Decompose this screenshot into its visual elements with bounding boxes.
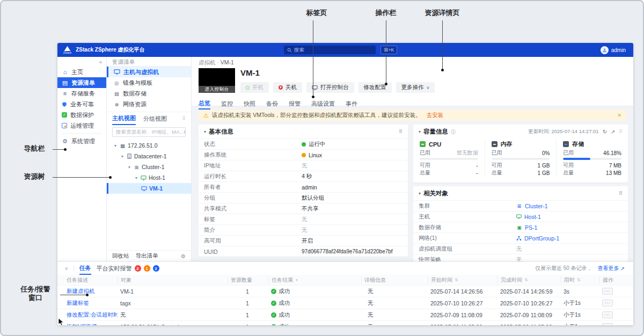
power-on-button[interactable]: 开机 <box>240 82 269 93</box>
recycle-bin-link[interactable]: 回收站 <box>112 252 129 260</box>
console-thumbnail[interactable] <box>199 68 235 86</box>
host-link[interactable]: Host-1 <box>516 214 541 220</box>
resource-list-icon: ▤ <box>62 79 68 86</box>
nav-item-reliability[interactable]: 业务可靠 <box>57 99 106 109</box>
nav-collapse-button[interactable]: « <box>57 57 106 67</box>
breadcrumb-parent[interactable]: 虚拟机 <box>199 59 216 65</box>
tab-tasks[interactable]: 任务 <box>79 262 91 275</box>
tree-node-datacenter[interactable]: ▼ Datacenter-1 <box>107 151 191 162</box>
resource-panel: 资源清单 主机与虚拟机 ◎ 镜像与模板 ▤ 数据存储 ⊕ 网络资源 <box>107 57 192 261</box>
task-link[interactable]: 添加VC资源 <box>67 323 97 326</box>
tab-alarm[interactable]: 报警 <box>289 98 301 109</box>
external-link-icon[interactable]: ↗ <box>611 129 615 135</box>
annotation-line <box>313 20 313 97</box>
row-actions-button[interactable] <box>602 288 613 295</box>
row-actions-button[interactable] <box>602 311 613 318</box>
tab-snapshot[interactable]: 快照 <box>244 98 255 109</box>
resource-item-images[interactable]: ◎ 镜像与模板 <box>107 77 191 88</box>
resource-item-datastore[interactable]: ▤ 数据存储 <box>107 88 191 99</box>
app-window: ZStack ZStack ZSphere 虚拟化平台 搜索 ⌘+K admin… <box>57 43 633 325</box>
view-more-link[interactable]: 查看更多 ↗ <box>598 265 625 272</box>
tree-node-vcenter[interactable]: ▼ ▦ 172.26.51.0 <box>107 140 191 151</box>
power-off-icon <box>279 85 283 90</box>
tree-node-vm[interactable]: VM-1 <box>107 183 191 194</box>
capacity-card: ▾ 容量信息 i 更新时间: 2025-07-14 14:27:01 ↻ ↗ ⠿ <box>413 125 628 182</box>
collapse-caret-icon[interactable]: ▾ <box>419 191 421 196</box>
global-search-input[interactable]: 搜索 <box>284 46 376 54</box>
drag-handle-icon[interactable]: ⠿ <box>399 129 402 134</box>
task-link[interactable]: 修改配置:会话超时时间 <box>67 311 118 318</box>
power-off-button[interactable]: 关机 <box>273 82 302 93</box>
portgroup-link[interactable]: DPortGroup-1 <box>516 235 559 242</box>
nav-item-data-protection[interactable]: 数据保护 <box>57 109 106 120</box>
search-placeholder: 搜索 <box>294 47 304 54</box>
tab-overview[interactable]: 总览 <box>199 98 210 109</box>
vm-icon <box>141 186 147 191</box>
drag-handle-icon[interactable]: ⠿ <box>619 129 623 134</box>
sortable-column-header[interactable]: 完成时间 <box>497 276 561 284</box>
tab-group-view[interactable]: 分组视图 <box>143 115 167 123</box>
sortable-column-header[interactable]: 开始时间 <box>428 276 497 284</box>
resource-item-network[interactable]: ⊕ 网络资源 <box>107 99 191 109</box>
info-row: UUID 97d066778af24fda9e76a71d220be7bf <box>199 246 408 257</box>
export-list-link[interactable]: 导出清单 <box>136 252 158 260</box>
resource-item-hosts-vms[interactable]: 主机与虚拟机 <box>107 67 191 77</box>
info-row: 高可用 开启 <box>199 235 408 246</box>
detail-tabs: 总览 监控 快照 备份 报警 高级设置 事件 <box>199 98 626 109</box>
nav-item-resources[interactable]: ▤ 资源清单 <box>57 77 106 88</box>
tab-backup[interactable]: 备份 <box>266 98 278 109</box>
host-icon <box>141 176 147 180</box>
tree-node-host[interactable]: ▼ Host-1 <box>107 172 191 183</box>
storage-service-icon: ≡ <box>62 90 68 97</box>
nav-item-system[interactable]: ⚙ 系统管理 <box>57 136 106 147</box>
layout-handle-icon[interactable]: ⠿ <box>182 116 186 121</box>
tree-node-cluster[interactable]: ▼ ⊞ Cluster-1 <box>107 162 191 172</box>
caret-down-icon[interactable]: ▼ <box>127 165 131 169</box>
network-share-icon <box>516 236 522 241</box>
nav-item-storage[interactable]: ≡ 存储服务 <box>57 88 106 99</box>
user-menu[interactable]: admin <box>601 43 626 57</box>
datastore-icon: ▣ <box>516 225 522 230</box>
gear-icon[interactable]: ⚙ <box>181 253 186 259</box>
related-row: 数据存储 ▣PS-1 <box>413 222 628 232</box>
tab-advanced[interactable]: 高级设置 <box>311 98 335 109</box>
open-console-button[interactable]: 打开控制台 <box>306 82 354 93</box>
app-title: ZStack ZSphere 虚拟化平台 <box>76 46 144 54</box>
detail-header: 虚拟机 · VM-1 进入控制台 VM-1 <box>192 57 633 106</box>
collapse-caret-icon[interactable]: ▾ <box>419 129 421 134</box>
row-actions-button[interactable] <box>602 300 613 306</box>
more-actions-button[interactable]: 更多操作 ∨ <box>396 82 435 93</box>
caret-down-icon[interactable]: ▼ <box>134 176 138 180</box>
row-actions-button[interactable] <box>602 323 613 325</box>
tab-platform-alarms[interactable]: 平台实时报警 2 1 2 <box>97 262 159 275</box>
collapse-caret-icon[interactable]: ▾ <box>204 129 206 134</box>
task-link[interactable]: 新建标签 <box>67 300 89 306</box>
app-header: ZStack ZStack ZSphere 虚拟化平台 搜索 ⌘+K admin <box>57 43 633 57</box>
enter-console-button[interactable]: 进入控制台 <box>199 86 235 93</box>
data-protection-icon <box>62 112 67 118</box>
nav-item-home[interactable]: ⌂ 主页 <box>57 67 106 77</box>
tab-monitoring[interactable]: 监控 <box>221 98 233 109</box>
datastore-link[interactable]: ▣PS-1 <box>516 224 537 231</box>
nav-item-ops[interactable]: 运维管理 <box>57 120 106 131</box>
collapse-panel-icon[interactable]: « <box>63 267 69 270</box>
tab-events[interactable]: 事件 <box>346 98 357 109</box>
filter-column-header[interactable]: 任务结果 <box>268 276 361 284</box>
tree-search-input[interactable]: 搜索资源名称、IP地址、MA... <box>112 127 186 137</box>
cluster-link[interactable]: ⊞Cluster-1 <box>516 203 548 209</box>
drag-handle-icon[interactable]: ⠿ <box>619 191 623 196</box>
task-link[interactable]: 新建虚拟机 <box>67 288 95 294</box>
basic-info-card: ▾ 基本信息 ⠿ 状态 运行中 操作系统 Linux <box>199 125 408 257</box>
tab-host-view[interactable]: 主机视图 <box>112 112 136 125</box>
refresh-icon[interactable]: ↻ <box>603 129 607 135</box>
caret-down-icon[interactable]: ▼ <box>120 155 125 158</box>
sortable-column-header[interactable]: 用时 <box>561 276 599 284</box>
caret-down-icon[interactable]: ▼ <box>113 144 118 148</box>
related-objects-card: ▾ 相关对象 ⠿ 集群 ⊞Cluster-1 主机 Host-1 <box>413 186 628 261</box>
annotation-line <box>442 20 443 70</box>
related-row: 快照策略 无 <box>413 254 628 261</box>
monitor-icon <box>114 69 120 75</box>
nav-sidebar: « ⌂ 主页 ▤ 资源清单 ≡ 存储服务 业务可靠 <box>57 57 107 261</box>
close-icon[interactable]: ✕ <box>617 113 621 118</box>
install-link[interactable]: 去安装 <box>427 112 444 119</box>
